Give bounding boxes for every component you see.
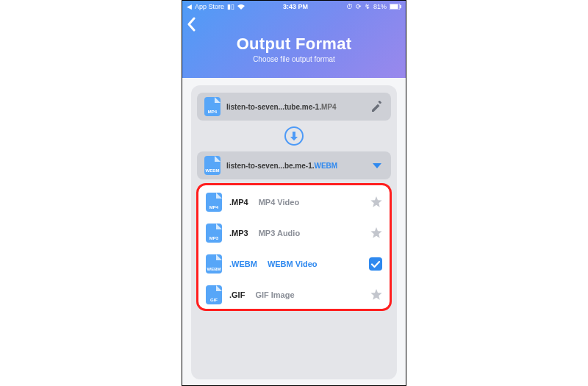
file-icon: GIF xyxy=(206,285,222,304)
file-icon: WEBM xyxy=(206,254,222,274)
format-label: .WEBM xyxy=(229,260,257,268)
input-file-row[interactable]: MP4 listen-to-seven...tube.me-1.MP4 xyxy=(197,93,391,121)
format-desc: GIF Image xyxy=(255,290,294,299)
rotation-lock-icon: ⟳ xyxy=(356,3,362,10)
file-icon: MP4 xyxy=(206,193,222,212)
format-option-mp3[interactable]: MP3.MP3MP3 Audio xyxy=(197,218,391,249)
pencil-icon[interactable] xyxy=(370,100,384,113)
format-label: .MP3 xyxy=(229,229,248,237)
format-desc: MP4 Video xyxy=(259,198,299,207)
format-list: MP4.MP4MP4 VideoMP3.MP3MP3 AudioWEBM.WEB… xyxy=(197,184,391,310)
output-file-row[interactable]: WEBM listen-to-seven...be.me-1.WEBM xyxy=(197,151,391,179)
status-time: 3:43 PM xyxy=(283,3,308,10)
format-option-webm[interactable]: WEBM.WEBMWEBM Video xyxy=(197,249,391,279)
format-desc: WEBM Video xyxy=(268,260,318,268)
format-label: .MP4 xyxy=(229,198,248,207)
format-label: .GIF xyxy=(229,290,245,299)
format-desc: MP3 Audio xyxy=(259,229,300,237)
format-option-gif[interactable]: GIF.GIFGIF Image xyxy=(197,279,391,310)
output-file-name: listen-to-seven...be.me-1.WEBM xyxy=(226,162,365,170)
content-card: MP4 listen-to-seven...tube.me-1.MP4 WEBM… xyxy=(191,85,397,379)
star-icon[interactable] xyxy=(370,227,382,239)
star-icon[interactable] xyxy=(370,289,382,301)
signal-icon: ▮▯ xyxy=(227,3,234,10)
play-icon: ◀ xyxy=(187,3,192,10)
svg-rect-2 xyxy=(401,5,402,8)
chevron-left-icon xyxy=(187,17,197,32)
status-back-app[interactable]: App Store xyxy=(195,3,224,10)
page-subtitle: Choose file output format xyxy=(182,55,406,63)
status-bar: ◀ App Store ▮▯ 3:43 PM ⏱ ⟳ ↯ 81% xyxy=(182,1,406,12)
wifi-icon xyxy=(237,4,245,10)
svg-rect-3 xyxy=(293,132,295,137)
phone-frame: ◀ App Store ▮▯ 3:43 PM ⏱ ⟳ ↯ 81% Output … xyxy=(182,0,406,386)
lightning-icon: ↯ xyxy=(365,3,370,10)
file-icon: MP4 xyxy=(204,97,220,116)
format-option-mp4[interactable]: MP4.MP4MP4 Video xyxy=(197,187,391,218)
svg-rect-1 xyxy=(390,4,398,9)
back-button[interactable] xyxy=(187,17,197,32)
alarm-icon: ⏱ xyxy=(346,3,353,10)
star-icon[interactable] xyxy=(370,196,382,208)
app-header: ◀ App Store ▮▯ 3:43 PM ⏱ ⟳ ↯ 81% Output … xyxy=(182,1,406,78)
svg-rect-4 xyxy=(369,257,382,271)
battery-icon xyxy=(390,4,401,10)
file-icon: MP3 xyxy=(206,224,222,243)
status-battery: 81% xyxy=(373,3,387,10)
file-icon: WEBM xyxy=(204,156,220,175)
chevron-down-icon[interactable] xyxy=(370,159,384,172)
page-title: Output Format xyxy=(182,35,406,54)
arrow-down-icon xyxy=(284,126,304,146)
check-icon xyxy=(369,257,382,271)
input-file-name: listen-to-seven...tube.me-1.MP4 xyxy=(226,103,365,111)
